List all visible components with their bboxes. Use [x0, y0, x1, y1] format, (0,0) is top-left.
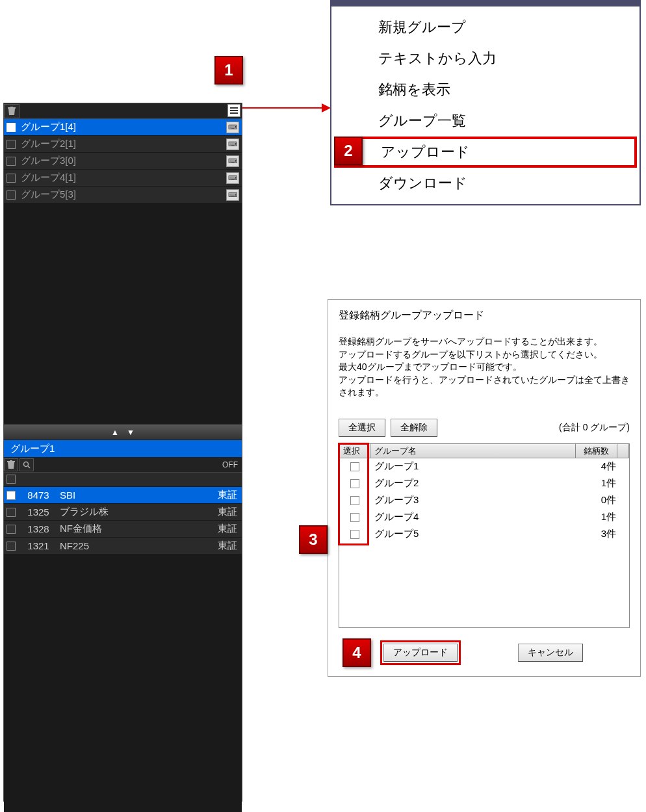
grid-cell-name: グループ3 [370, 494, 576, 506]
checkbox[interactable] [6, 190, 16, 200]
menu-item-upload[interactable]: アップロード [334, 137, 637, 168]
grid-cell-name: グループ1 [370, 460, 576, 473]
checkbox[interactable] [6, 123, 16, 132]
grid-cell-name: グループ4 [370, 511, 576, 523]
checkbox[interactable] [350, 496, 359, 505]
keyboard-icon[interactable]: ⌨ [226, 172, 239, 184]
checkbox[interactable] [6, 140, 16, 149]
checkbox[interactable] [350, 513, 359, 522]
stock-name: NF金価格 [56, 523, 213, 535]
callout-1: 1 [214, 56, 243, 85]
menu-item-show-stocks[interactable]: 銘柄を表示 [331, 74, 640, 105]
grid-cell-count: 4件 [576, 460, 629, 473]
checkbox[interactable] [6, 525, 16, 534]
upload-button[interactable]: アップロード [383, 644, 458, 662]
group-label: グループ3[0] [21, 155, 226, 167]
grid-row[interactable]: グループ5 3件 [339, 526, 629, 543]
stock-name: ブラジル株 [56, 506, 213, 518]
dialog-text-line: 登録銘柄グループをサーバへアップロードすることが出来ます。 [339, 335, 630, 348]
trash-icon[interactable] [4, 458, 18, 471]
group-row[interactable]: グループ1[4] ⌨ [4, 119, 242, 136]
cancel-button[interactable]: キャンセル [518, 644, 583, 662]
upload-dialog: 登録銘柄グループアップロード 登録銘柄グループをサーバへアップロードすることが出… [328, 299, 641, 677]
select-all-button[interactable]: 全選択 [339, 419, 385, 437]
menu-item-download[interactable]: ダウンロード [331, 168, 640, 199]
stock-code: 8473 [21, 490, 56, 501]
grid-cell-name: グループ5 [370, 528, 576, 540]
dialog-footer: 4 アップロード キャンセル [339, 638, 630, 667]
grid-cell-select [339, 509, 370, 526]
group-row[interactable]: グループ3[0] ⌨ [4, 153, 242, 170]
stock-row[interactable]: 1325 ブラジル株 東証 [4, 504, 242, 521]
menu-item-new-group[interactable]: 新規グループ [331, 12, 640, 43]
grid-cell-name: グループ2 [370, 477, 576, 490]
checkbox[interactable] [350, 462, 359, 471]
stock-row[interactable]: 8473 SBI 東証 [4, 487, 242, 504]
menu-item-text-input[interactable]: テキストから入力 [331, 43, 640, 74]
grid-cell-select [339, 475, 370, 492]
checkbox[interactable] [6, 475, 16, 484]
grid-row[interactable]: グループ1 4件 [339, 458, 629, 475]
grid-header-select[interactable]: 選択 [339, 444, 370, 458]
down-arrow-icon[interactable]: ▼ [127, 428, 135, 437]
grid-header-name[interactable]: グループ名 [370, 444, 576, 458]
panel-divider[interactable]: ▲ ▼ [4, 425, 242, 440]
menu-item-group-list[interactable]: グループ一覧 [331, 105, 640, 137]
upload-button-outline: アップロード [380, 640, 461, 665]
deselect-all-button[interactable]: 全解除 [391, 419, 437, 437]
grid-header-end [617, 444, 629, 458]
grid-header-count[interactable]: 銘柄数 [576, 444, 617, 458]
stock-row[interactable]: 1321 NF225 東証 [4, 538, 242, 555]
dialog-text-line: アップロードを行うと、アップロードされていたグループは全て上書きされます。 [339, 374, 630, 399]
stock-row[interactable]: 1328 NF金価格 東証 [4, 521, 242, 538]
hamburger-menu-icon[interactable] [227, 104, 240, 117]
group-panel-header [4, 103, 242, 119]
checkbox[interactable] [6, 508, 16, 517]
dialog-text-line: アップロードするグループを以下リストから選択してください。 [339, 348, 630, 361]
grid-cell-select [339, 526, 370, 543]
checkbox[interactable] [6, 174, 16, 183]
checkbox[interactable] [6, 491, 16, 500]
group-label: グループ1[4] [21, 121, 226, 133]
dialog-title: 登録銘柄グループアップロード [339, 309, 630, 322]
stock-toolbar: OFF [4, 457, 242, 473]
stock-list: 8473 SBI 東証 1325 ブラジル株 東証 1328 NF金価格 東証 … [4, 487, 242, 555]
context-menu: 新規グループ テキストから入力 銘柄を表示 グループ一覧 アップロード ダウンロ… [330, 0, 641, 205]
count-text: (合計 0 グループ) [559, 422, 630, 434]
grid-header: 選択 グループ名 銘柄数 [339, 444, 629, 458]
checkbox[interactable] [6, 542, 16, 551]
svg-line-1 [28, 466, 30, 468]
callout-3: 3 [299, 525, 328, 554]
group-row[interactable]: グループ5[3] ⌨ [4, 187, 242, 203]
callout-4: 4 [342, 638, 371, 667]
keyboard-icon[interactable]: ⌨ [226, 155, 239, 167]
group-label: グループ4[1] [21, 172, 226, 184]
off-label[interactable]: OFF [222, 460, 238, 469]
group-label: グループ2[1] [21, 138, 226, 150]
search-icon[interactable] [19, 458, 34, 471]
dialog-text: 登録銘柄グループをサーバへアップロードすることが出来ます。 アップロードするグル… [339, 335, 630, 399]
up-arrow-icon[interactable]: ▲ [111, 428, 119, 437]
grid-row[interactable]: グループ2 1件 [339, 475, 629, 492]
grid-row[interactable]: グループ4 1件 [339, 509, 629, 526]
group-row[interactable]: グループ4[1] ⌨ [4, 170, 242, 187]
group-body-empty [4, 203, 242, 425]
checkbox[interactable] [6, 157, 16, 166]
grid-cell-count: 1件 [576, 477, 629, 490]
group-label: グループ5[3] [21, 189, 226, 201]
stock-name: NF225 [56, 540, 213, 551]
checkbox[interactable] [350, 479, 359, 488]
grid-cell-count: 1件 [576, 511, 629, 523]
keyboard-icon[interactable]: ⌨ [226, 122, 239, 133]
keyboard-icon[interactable]: ⌨ [226, 138, 239, 150]
keyboard-icon[interactable]: ⌨ [226, 189, 239, 201]
stock-market: 東証 [213, 523, 242, 535]
grid-row[interactable]: グループ3 0件 [339, 492, 629, 509]
checkbox[interactable] [350, 530, 359, 539]
stock-code: 1328 [21, 523, 56, 534]
stock-code: 1321 [21, 540, 56, 551]
group-panel: グループ1[4] ⌨ グループ2[1] ⌨ グループ3[0] ⌨ グループ4[1… [3, 103, 242, 802]
trash-icon[interactable] [4, 104, 19, 118]
dialog-buttons: 全選択 全解除 (合計 0 グループ) [339, 419, 630, 437]
group-row[interactable]: グループ2[1] ⌨ [4, 136, 242, 153]
